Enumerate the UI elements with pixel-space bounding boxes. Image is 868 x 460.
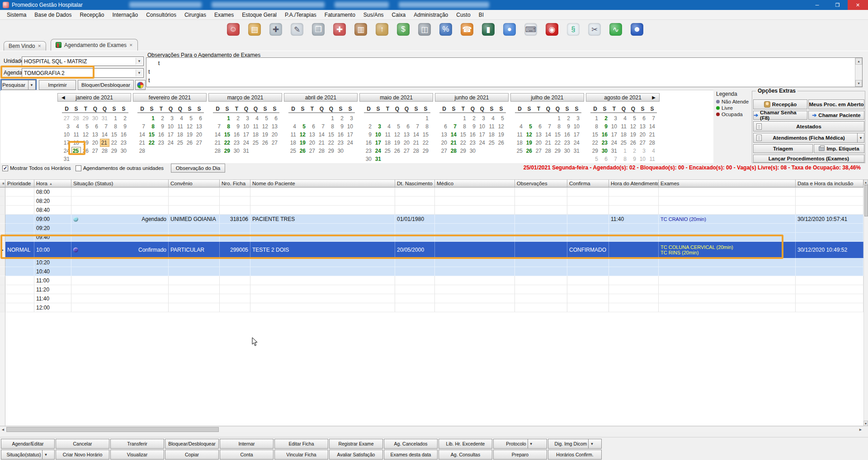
cell-hora[interactable]: 09:40 <box>34 233 71 242</box>
grid-header-hora[interactable]: Hora▲ <box>34 179 71 188</box>
cell-inclusao[interactable] <box>796 267 863 276</box>
grid-header-situacao[interactable]: Situação (Status) <box>71 179 169 188</box>
cash-icon[interactable]: $ <box>397 23 410 36</box>
calendar-day[interactable]: 20 <box>90 139 100 147</box>
cell-hora[interactable]: 11:20 <box>34 285 71 294</box>
grid-header-confirma[interactable]: Confirma <box>567 179 609 188</box>
cell-nascimento[interactable]: 20/05/2000 <box>395 242 435 258</box>
calendar-day[interactable]: 18 <box>619 131 628 139</box>
calendar-day[interactable]: 16 <box>119 131 128 139</box>
cell-confirma[interactable] <box>567 303 609 312</box>
cell-observacoes[interactable] <box>515 188 567 197</box>
calendar-day[interactable]: 6 <box>90 122 100 131</box>
scroll-up-icon[interactable]: ▲ <box>855 58 862 65</box>
cell-ficha[interactable] <box>220 294 250 303</box>
action-visualizar[interactable]: Visualizar <box>110 450 164 460</box>
calendar-day[interactable]: 3 <box>638 147 647 155</box>
cell-nascimento[interactable] <box>395 276 435 285</box>
calendar-day[interactable]: 13 <box>194 122 204 131</box>
grid-row[interactable]: 10:40 <box>0 267 863 276</box>
calendar-day[interactable]: 10 <box>638 155 647 163</box>
cell-observacoes[interactable] <box>515 197 567 206</box>
calendar-day[interactable]: 24 <box>166 139 175 147</box>
cell-situacao[interactable] <box>71 294 169 303</box>
maximize-button[interactable]: ❐ <box>827 0 848 10</box>
calendar-day[interactable]: 30 <box>336 147 345 155</box>
finance-chart-icon[interactable]: % <box>439 23 452 36</box>
calendar-day[interactable]: 21 <box>543 139 553 147</box>
menu-item-faturamento[interactable]: Faturamento <box>321 10 359 20</box>
menu-item-custo[interactable]: Custo <box>452 10 474 20</box>
calendar-day[interactable]: 13 <box>270 122 279 131</box>
cell-confirma[interactable] <box>567 206 609 215</box>
cell-nome[interactable] <box>250 188 395 197</box>
calendar-day[interactable]: 10 <box>345 122 355 131</box>
action-registrar-exame[interactable]: Registrar Exame <box>329 439 383 449</box>
calendar-day[interactable]: 4 <box>619 114 628 122</box>
calendar-day[interactable]: 23 <box>364 147 373 155</box>
grid-header-nascimento[interactable]: Dt. Nascimento <box>395 179 435 188</box>
calendar-day[interactable]: 9 <box>336 122 345 131</box>
calendar-day[interactable]: 17 <box>166 131 175 139</box>
scroll-down-icon[interactable]: ▼ <box>855 80 862 87</box>
triagem-button[interactable]: Triagem <box>753 144 813 153</box>
grid-row[interactable]: 08:40 <box>0 206 863 215</box>
calendar-day[interactable]: 6 <box>534 122 543 131</box>
calendar-day[interactable]: 27 <box>270 139 279 147</box>
calendar-day[interactable]: 13 <box>402 131 411 139</box>
calendar-day[interactable]: 16 <box>600 131 609 139</box>
action-bloquear-desbloquear[interactable]: Bloquear/Desbloquear <box>165 439 219 449</box>
calendar-day[interactable]: 3 <box>345 114 355 122</box>
calendar-day[interactable]: 24 <box>609 139 619 147</box>
cell-exames[interactable] <box>659 188 796 197</box>
calendar-day[interactable]: 3 <box>477 114 487 122</box>
calendar-day[interactable]: 12 <box>81 131 90 139</box>
calendar-day[interactable]: 17 <box>241 131 251 139</box>
calendar-day[interactable]: 24 <box>345 139 355 147</box>
cell-hora[interactable]: 11:00 <box>34 276 71 285</box>
cell-nome[interactable] <box>250 303 395 312</box>
cell-hora_atend[interactable] <box>609 188 659 197</box>
cell-exames[interactable] <box>659 267 796 276</box>
calendar-day[interactable]: 3 <box>572 114 581 122</box>
menu-item-sus-ans[interactable]: Sus/Ans <box>359 10 388 20</box>
calendar-day[interactable]: 26 <box>628 139 638 147</box>
minimize-button[interactable]: ─ <box>807 0 827 10</box>
user-blue-icon[interactable]: ☻ <box>631 23 643 36</box>
calendar-day[interactable]: 7 <box>137 122 147 131</box>
calendar-day[interactable]: 14 <box>137 131 147 139</box>
calendar-day[interactable]: 24 <box>572 139 581 147</box>
calendar-day[interactable]: 26 <box>260 139 270 147</box>
calendar-day[interactable]: 15 <box>222 131 232 139</box>
calendar-day[interactable]: 15 <box>109 131 119 139</box>
calendar-day[interactable]: 26 <box>524 147 534 155</box>
atendimentos-button[interactable]: Atendimentos (Ficha Médica) ▼ <box>753 133 864 143</box>
calendar-day[interactable]: 10 <box>572 122 581 131</box>
outras-unidades-checkbox[interactable] <box>75 165 81 171</box>
prescription-icon[interactable]: ✎ <box>291 23 303 36</box>
calendar-day[interactable]: 8 <box>421 122 430 131</box>
calendar-day[interactable]: 9 <box>562 122 572 131</box>
menu-item-exames[interactable]: Exames <box>210 10 238 20</box>
calendar-day[interactable]: 20 <box>270 131 279 139</box>
grid-header-medico[interactable]: Médico <box>435 179 515 188</box>
calendar-day[interactable]: 5 <box>496 114 506 122</box>
cell-hora[interactable]: 09:00 <box>34 215 71 224</box>
cell-situacao[interactable] <box>71 206 169 215</box>
calendar-day[interactable]: 22 <box>326 139 336 147</box>
calendar-day[interactable]: 21 <box>100 139 109 147</box>
cell-nascimento[interactable] <box>395 303 435 312</box>
scroll-right-icon[interactable]: ▶ <box>858 427 863 432</box>
calendar-day[interactable]: 2 <box>156 114 166 122</box>
lancar-procedimentos-button[interactable]: Lançar Procedimentos (Exames) <box>753 155 864 163</box>
cell-exames[interactable]: TC CRANIO (20min) <box>659 215 796 224</box>
calendar-day[interactable]: 22 <box>109 139 119 147</box>
cell-medico[interactable] <box>435 197 515 206</box>
observacoes-textarea[interactable]: t t t <box>146 57 863 87</box>
calendar-day[interactable]: 29 <box>553 147 562 155</box>
typing-icon[interactable]: ⌨ <box>524 23 537 36</box>
calendar-day[interactable]: 25 <box>383 147 392 155</box>
observacoes-scrollbar[interactable]: ▲ ▼ <box>855 58 862 87</box>
cell-confirma[interactable] <box>567 224 609 233</box>
calendar-day[interactable]: 2 <box>232 114 241 122</box>
